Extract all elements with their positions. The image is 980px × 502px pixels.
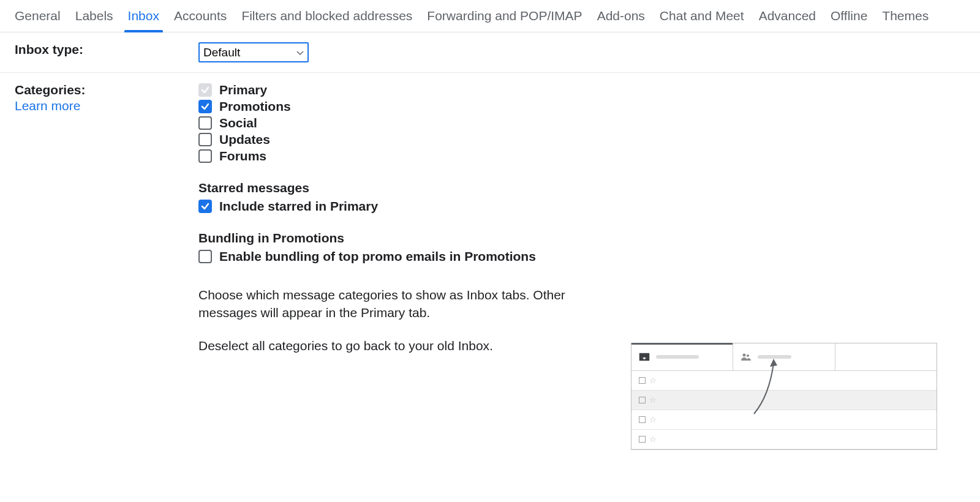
tab-filters[interactable]: Filters and blocked addresses	[241, 0, 412, 32]
svg-point-0	[743, 354, 746, 357]
starred-messages-header: Starred messages	[198, 181, 965, 195]
include-starred-label: Include starred in Primary	[219, 199, 378, 214]
tab-labels[interactable]: Labels	[75, 0, 113, 32]
categories-label: Categories:	[15, 83, 198, 97]
svg-point-1	[747, 354, 749, 357]
people-icon	[741, 350, 752, 364]
category-label-primary: Primary	[219, 83, 267, 97]
tab-forwarding[interactable]: Forwarding and POP/IMAP	[427, 0, 582, 32]
category-row-primary: Primary	[198, 83, 965, 97]
tab-themes[interactable]: Themes	[882, 0, 929, 32]
description-text-1: Choose which message categories to show …	[198, 286, 578, 322]
category-checkbox-updates[interactable]	[198, 133, 212, 146]
bundling-label: Enable bundling of top promo emails in P…	[219, 249, 536, 264]
tab-accounts[interactable]: Accounts	[174, 0, 227, 32]
category-checkbox-promotions[interactable]	[198, 100, 212, 113]
bundling-header: Bundling in Promotions	[198, 231, 965, 245]
categories-section: Categories: Learn more PrimaryPromotions…	[0, 73, 980, 379]
inbox-icon	[639, 350, 650, 364]
category-row-social: Social	[198, 116, 965, 130]
category-checkbox-primary	[198, 83, 212, 97]
category-row-promotions: Promotions	[198, 99, 965, 114]
categories-description: Choose which message categories to show …	[198, 286, 578, 354]
tab-inbox[interactable]: Inbox	[128, 0, 159, 32]
category-label-forums: Forums	[219, 149, 266, 163]
settings-tabs: General Labels Inbox Accounts Filters an…	[0, 0, 980, 32]
category-label-promotions: Promotions	[219, 99, 291, 114]
tab-offline[interactable]: Offline	[831, 0, 867, 32]
bundling-checkbox-row: Enable bundling of top promo emails in P…	[198, 249, 965, 264]
inbox-type-label: Inbox type:	[15, 42, 198, 57]
inbox-type-select[interactable]: DefaultImportant firstUnread firstStarre…	[198, 42, 309, 62]
category-row-updates: Updates	[198, 132, 965, 147]
category-label-social: Social	[219, 116, 257, 130]
tab-general[interactable]: General	[15, 0, 61, 32]
category-checkbox-social[interactable]	[198, 116, 212, 130]
category-row-forums: Forums	[198, 149, 965, 163]
starred-checkbox-row: Include starred in Primary	[198, 199, 965, 214]
tab-chat-meet[interactable]: Chat and Meet	[660, 0, 744, 32]
learn-more-link[interactable]: Learn more	[15, 99, 198, 113]
tab-advanced[interactable]: Advanced	[759, 0, 816, 32]
category-checkbox-forums[interactable]	[198, 149, 212, 163]
bundling-checkbox[interactable]	[198, 250, 212, 263]
include-starred-checkbox[interactable]	[198, 200, 212, 213]
inbox-type-section: Inbox type: DefaultImportant firstUnread…	[0, 32, 980, 73]
inbox-tabs-illustration: ☆ ☆ ☆ ☆	[631, 343, 937, 379]
tab-addons[interactable]: Add-ons	[597, 0, 645, 32]
description-text-2: Deselect all categories to go back to yo…	[198, 337, 578, 354]
category-label-updates: Updates	[219, 132, 270, 147]
